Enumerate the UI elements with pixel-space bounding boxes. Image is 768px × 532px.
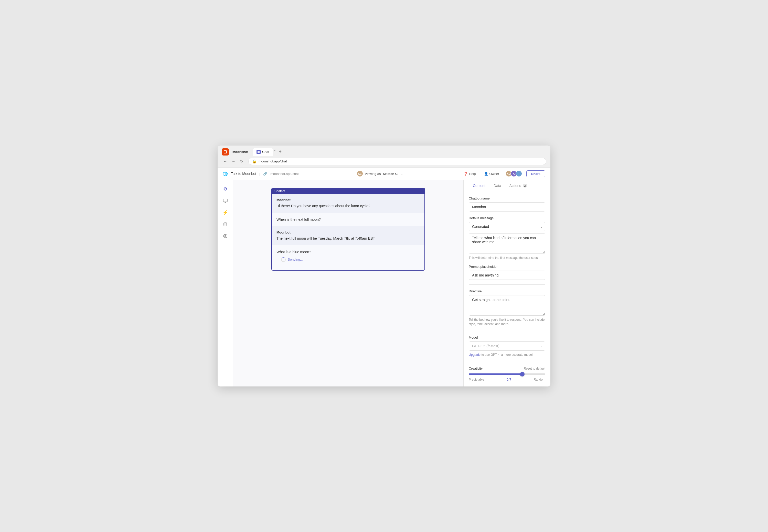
default-message-hint: This will determine the first message th… bbox=[469, 256, 545, 260]
tab-close-button[interactable]: × bbox=[273, 148, 277, 152]
viewing-as-label: Viewing as bbox=[365, 172, 381, 176]
slider-fill bbox=[469, 373, 522, 375]
sidebar-item-display[interactable] bbox=[221, 196, 230, 206]
directive-label: Directive bbox=[469, 289, 545, 293]
actions-badge: 2 bbox=[523, 184, 527, 187]
sending-row: Sending... bbox=[277, 255, 420, 266]
back-button[interactable]: ← bbox=[222, 158, 229, 165]
sending-spinner-icon bbox=[281, 257, 286, 262]
chatbot-name-input[interactable] bbox=[469, 202, 545, 212]
chat-area: Chatbot Moonbot Hi there! Do you have an… bbox=[233, 180, 463, 386]
slider-thumb[interactable] bbox=[520, 372, 524, 376]
divider-2 bbox=[469, 331, 545, 331]
panel-tabs: Content Data Actions 2 bbox=[464, 180, 550, 191]
chat-content: Moonbot Hi there! Do you have any questi… bbox=[272, 194, 424, 270]
separator: | bbox=[259, 172, 260, 176]
message-sender-2: Moonbot bbox=[277, 230, 420, 234]
chatbot-label: Chatbot bbox=[272, 188, 424, 194]
chatbot-name-group: Chatbot name bbox=[469, 196, 545, 212]
slider-labels: Predictable 0.7 Random bbox=[469, 378, 545, 381]
sidebar-item-actions[interactable]: ⚡ bbox=[221, 208, 230, 217]
slider-label-random: Random bbox=[534, 378, 545, 381]
tab-actions-label: Actions bbox=[509, 184, 521, 188]
tab-data[interactable]: Data bbox=[489, 180, 505, 191]
slider-track bbox=[469, 373, 545, 375]
tab-actions[interactable]: Actions 2 bbox=[505, 180, 531, 191]
svg-point-6 bbox=[224, 223, 227, 224]
chat-message-user-2: What is a blue moon? Sending... bbox=[272, 245, 424, 270]
chat-message-user-1: When is the next full moon? bbox=[272, 213, 424, 226]
browser-chrome: Moonshot Chat × + ← → ↻ bbox=[218, 146, 550, 168]
header-right: ❓ Help 👤 Owner KC A + Share bbox=[462, 170, 545, 177]
directive-group: Directive Get straight to the point. Tel… bbox=[469, 289, 545, 326]
viewing-as-user: Kristen C. bbox=[383, 172, 398, 176]
tab-bar: Moonshot Chat × + bbox=[222, 148, 546, 156]
owner-button[interactable]: 👤 Owner bbox=[482, 171, 501, 177]
tab-icon bbox=[257, 150, 261, 154]
active-tab[interactable]: Chat bbox=[253, 148, 273, 156]
app-logo bbox=[222, 148, 229, 156]
help-label: Help bbox=[469, 172, 476, 176]
app-body: ⚙ ⚡ bbox=[218, 180, 550, 386]
browser-window: Moonshot Chat × + ← → ↻ bbox=[218, 146, 550, 386]
tab-content[interactable]: Content bbox=[469, 180, 489, 191]
directive-textarea[interactable]: Get straight to the point. bbox=[469, 295, 545, 316]
prompt-placeholder-input[interactable] bbox=[469, 271, 545, 280]
address-url: moonshot.app/chat bbox=[259, 159, 287, 163]
slider-value: 0.7 bbox=[507, 378, 511, 381]
refresh-button[interactable]: ↻ bbox=[238, 158, 245, 165]
model-hint: Upgrade to use GPT-4, a more accurate mo… bbox=[469, 353, 545, 357]
default-message-select-wrapper: Generated ⌄ bbox=[469, 222, 545, 231]
header-left: 🌐 Talk to Moonbot | 🔗 moonshot.app/chat bbox=[223, 171, 299, 176]
prompt-placeholder-group: Prompt placeholder bbox=[469, 265, 545, 280]
model-select[interactable]: GPT-3.5 (fastest) bbox=[469, 341, 545, 351]
sidebar-item-settings[interactable]: ⚙ bbox=[221, 184, 230, 194]
divider-1 bbox=[469, 284, 545, 285]
default-message-label: Default message bbox=[469, 216, 545, 220]
svg-rect-2 bbox=[258, 151, 260, 153]
tab-data-label: Data bbox=[493, 184, 501, 188]
globe-icon: 🌐 bbox=[223, 171, 228, 176]
message-text-1: Hi there! Do you have any questions abou… bbox=[277, 203, 420, 209]
owner-icon: 👤 bbox=[484, 172, 488, 176]
sidebar-item-data[interactable] bbox=[221, 219, 230, 229]
message-text-3: The next full moon will be Tuesday, Marc… bbox=[277, 236, 420, 241]
prompt-placeholder-label: Prompt placeholder bbox=[469, 265, 545, 269]
upgrade-link[interactable]: Upgrade bbox=[469, 353, 480, 357]
tab-label: Chat bbox=[262, 150, 269, 154]
reset-to-default-link[interactable]: Reset to default bbox=[524, 367, 545, 370]
chat-message-bot-1: Moonbot Hi there! Do you have any questi… bbox=[272, 194, 424, 213]
slider-label-predictable: Predictable bbox=[469, 378, 484, 381]
model-select-wrapper: GPT-3.5 (fastest) ⌄ bbox=[469, 341, 545, 351]
new-tab-button[interactable]: + bbox=[277, 148, 284, 156]
creativity-group: Creativity Reset to default Predictable … bbox=[469, 367, 545, 381]
share-button[interactable]: Share bbox=[526, 170, 545, 177]
sending-text: Sending... bbox=[288, 258, 303, 261]
forward-button[interactable]: → bbox=[230, 158, 237, 165]
nav-buttons: ← → ↻ bbox=[222, 158, 245, 165]
default-message-group: Default message Generated ⌄ Tell me what… bbox=[469, 216, 545, 260]
svg-rect-3 bbox=[223, 199, 227, 202]
chat-message-bot-2: Moonbot The next full moon will be Tuesd… bbox=[272, 226, 424, 245]
right-panel: Content Data Actions 2 Chatbot name bbox=[463, 180, 550, 386]
default-message-select[interactable]: Generated bbox=[469, 222, 545, 231]
lock-icon: 🔒 bbox=[252, 159, 257, 163]
message-text-4: What is a blue moon? bbox=[277, 249, 420, 255]
svg-rect-1 bbox=[224, 151, 226, 153]
avatar-group: KC A + bbox=[505, 170, 522, 177]
owner-label: Owner bbox=[489, 172, 499, 176]
sidebar-item-integrations[interactable] bbox=[221, 231, 230, 241]
help-button[interactable]: ❓ Help bbox=[462, 171, 478, 177]
help-icon: ❓ bbox=[464, 172, 468, 176]
address-bar[interactable]: 🔒 moonshot.app/chat bbox=[248, 158, 546, 165]
chatbot-name-label: Chatbot name bbox=[469, 196, 545, 200]
header-url: moonshot.app/chat bbox=[270, 172, 299, 176]
default-message-textarea[interactable]: Tell me what kind of information you can… bbox=[469, 233, 545, 254]
model-group: Model GPT-3.5 (fastest) ⌄ Upgrade to use… bbox=[469, 336, 545, 357]
svg-point-8 bbox=[225, 235, 226, 237]
creativity-label: Creativity bbox=[469, 367, 482, 370]
chevron-down-icon[interactable]: ⌄ bbox=[401, 172, 403, 175]
message-text-2: When is the next full moon? bbox=[277, 217, 420, 222]
header-site-title: Talk to Moonbot bbox=[231, 172, 256, 176]
app-title: Moonshot bbox=[233, 150, 248, 154]
